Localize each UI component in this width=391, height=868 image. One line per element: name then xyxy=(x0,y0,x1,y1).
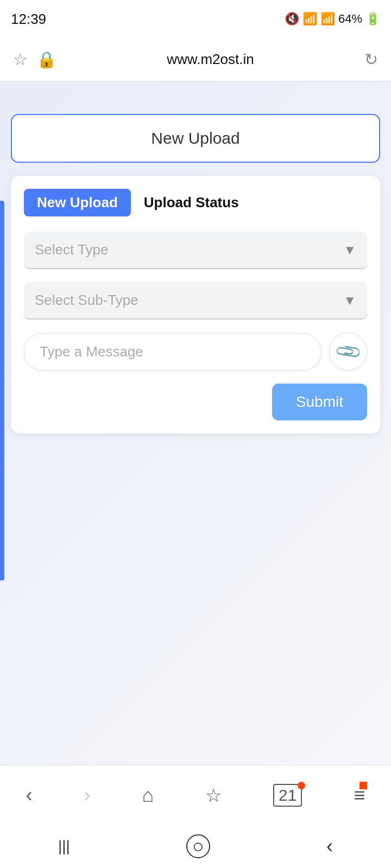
select-type-chevron-icon: ▼ xyxy=(343,242,356,258)
upload-title-box: New Upload xyxy=(11,114,380,163)
recents-button[interactable]: ||| xyxy=(58,838,70,855)
status-icons: 🔇 📶 📶 64% 🔋 xyxy=(285,12,380,26)
nav-tabs-button[interactable]: 21 xyxy=(273,784,302,807)
battery-indicator: 64% xyxy=(338,12,362,26)
submit-button[interactable]: Submit xyxy=(272,384,367,420)
back-arrow-icon: ‹ xyxy=(26,784,32,807)
page-content: New Upload New Upload Upload Status Sele… xyxy=(0,81,391,765)
system-nav-bar: ||| ○ ‹ xyxy=(0,825,391,868)
message-input[interactable]: Type a Message xyxy=(24,333,321,371)
nav-bookmarks-button[interactable]: ☆ xyxy=(205,784,222,806)
attach-button[interactable]: 📎 xyxy=(329,333,367,371)
message-placeholder: Type a Message xyxy=(40,343,143,360)
select-subtype-label: Select Sub-Type xyxy=(35,292,138,309)
tab-new-upload[interactable]: New Upload xyxy=(24,189,131,216)
select-subtype-dropdown[interactable]: Select Sub-Type ▼ xyxy=(24,282,367,320)
refresh-icon[interactable]: ↻ xyxy=(364,50,378,69)
lock-icon: 🔒 xyxy=(36,50,56,69)
submit-row: Submit xyxy=(24,384,367,420)
bottom-nav: ‹ › ⌂ ☆ 21 ≡ xyxy=(0,765,391,825)
bookmark-icon[interactable]: ☆ xyxy=(13,50,28,69)
signal-icon: 📶 xyxy=(320,12,335,26)
select-type-dropdown[interactable]: Select Type ▼ xyxy=(24,232,367,269)
upload-title-text: New Upload xyxy=(151,129,239,148)
nav-home-button[interactable]: ⌂ xyxy=(142,784,154,807)
nav-back-button[interactable]: ‹ xyxy=(26,784,32,807)
select-subtype-chevron-icon: ▼ xyxy=(343,293,356,308)
tab-upload-status[interactable]: Upload Status xyxy=(140,189,243,216)
upload-card: New Upload Upload Status Select Type ▼ S… xyxy=(11,176,380,433)
left-accent-stripe xyxy=(0,201,4,580)
battery-icon: 🔋 xyxy=(365,12,380,26)
mute-icon: 🔇 xyxy=(285,12,299,26)
home-button[interactable]: ○ xyxy=(186,834,210,858)
browser-left-icons: ☆ 🔒 xyxy=(13,50,56,69)
home-icon: ⌂ xyxy=(142,784,154,807)
tabs-badge xyxy=(298,782,305,789)
nav-menu-button[interactable]: ≡ xyxy=(354,784,365,807)
browser-bar: ☆ 🔒 www.m2ost.in ↻ xyxy=(0,38,391,81)
back-button[interactable]: ‹ xyxy=(326,835,333,858)
browser-url[interactable]: www.m2ost.in xyxy=(167,51,254,68)
tabs-row: New Upload Upload Status xyxy=(24,189,367,216)
status-time: 12:39 xyxy=(11,11,46,28)
forward-arrow-icon: › xyxy=(84,784,90,807)
select-type-label: Select Type xyxy=(35,241,108,258)
bookmarks-icon: ☆ xyxy=(205,784,222,806)
status-bar: 12:39 🔇 📶 📶 64% 🔋 xyxy=(0,0,391,38)
wifi-icon: 📶 xyxy=(302,12,317,26)
nav-forward-button[interactable]: › xyxy=(84,784,90,807)
menu-badge xyxy=(360,782,367,789)
message-row: Type a Message 📎 xyxy=(24,333,367,371)
paperclip-icon: 📎 xyxy=(333,337,363,367)
